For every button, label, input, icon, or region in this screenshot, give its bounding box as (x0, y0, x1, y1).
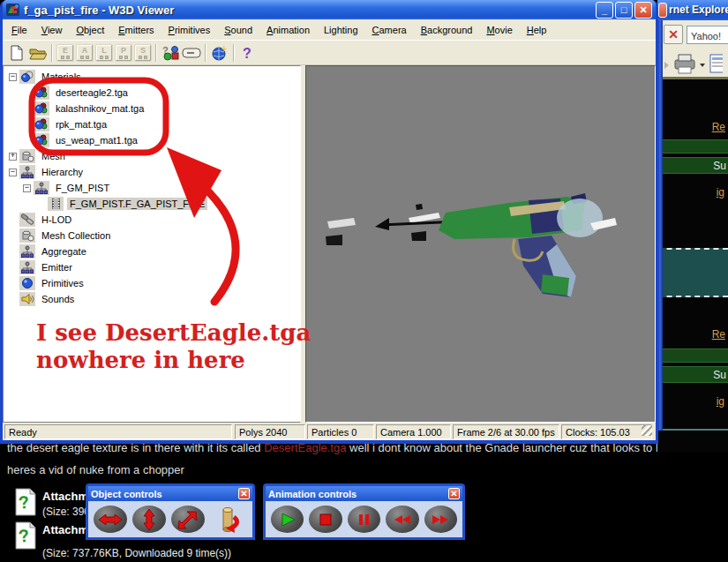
move-vertical-button[interactable] (132, 506, 166, 533)
menu-view[interactable]: View (34, 22, 70, 38)
tree-item-rpk-mat-tga[interactable]: rpk_mat.tga (4, 116, 300, 132)
sounds-toggle-button[interactable]: S (134, 44, 152, 62)
tree-item-aggregate[interactable]: Aggregate (4, 244, 300, 259)
scene-properties-icon[interactable]: ? (160, 42, 181, 64)
pause-button[interactable] (348, 506, 380, 533)
object-controls-titlebar[interactable]: Object controls ✕ (88, 486, 252, 501)
material-icon (34, 101, 49, 116)
status-pane-polys: Polys 2040 (235, 424, 305, 439)
menu-sound[interactable]: Sound (217, 22, 259, 38)
play-button[interactable] (271, 506, 304, 533)
hierarchy-icon (34, 181, 49, 195)
help-icon[interactable]: ? (237, 42, 259, 64)
internet-explorer-window: rnet Explore ✕ Re Su (657, 0, 728, 452)
primitives-toggle-button[interactable]: P (115, 44, 132, 62)
tree-item-h-lod[interactable]: H-LOD (4, 212, 300, 228)
stop-icon[interactable]: ✕ (664, 25, 683, 44)
menu-movie[interactable]: Movie (479, 22, 519, 38)
forum-table-band (657, 348, 728, 363)
tree-item-label: H-LOD (39, 214, 74, 226)
mesh-icon (19, 149, 35, 163)
menu-help[interactable]: Help (520, 22, 554, 38)
tree-item-label: us_weap_mat1.tga (53, 134, 140, 146)
tree-item-label: rpk_mat.tga (53, 118, 109, 131)
forum-ignore-link[interactable]: ig (717, 186, 724, 199)
lod-toggle-button[interactable]: L (95, 44, 113, 62)
ie-window-title: rnet Explore (669, 4, 728, 16)
stop-button[interactable] (309, 506, 341, 533)
menu-animation[interactable]: Animation (259, 22, 317, 38)
menu-object[interactable]: Object (69, 22, 111, 38)
menu-camera[interactable]: Camera (365, 22, 414, 38)
move-diagonal-button[interactable] (171, 506, 205, 533)
3d-viewport[interactable] (305, 65, 656, 423)
forum-reply-link[interactable]: Re (712, 121, 725, 133)
fast-forward-button[interactable] (424, 506, 457, 533)
status-pane-frame: Frame 2/6 at 30.00 fps (453, 424, 559, 439)
tree-item-f-gm-pist-f-ga-pist-fire[interactable]: F_GM_PIST.F_GA_PIST_FIRE (4, 196, 300, 212)
palette-title: Object controls (91, 489, 162, 499)
menu-file[interactable]: File (4, 22, 34, 38)
globe-add-icon[interactable]: + (209, 42, 230, 64)
tree-item-label: Mesh Collection (39, 229, 113, 242)
tree-item-f-gm-pist[interactable]: −F_GM_PIST (4, 180, 300, 196)
status-pane-particles: Particles 0 (307, 424, 374, 439)
rotate-object-button[interactable] (210, 506, 244, 533)
emitters-toggle-button[interactable]: E (56, 44, 74, 62)
w3d-app-icon (6, 3, 20, 17)
scene-tree-panel[interactable]: −Materialsdeserteagle2.tgakalashnikov_ma… (3, 65, 301, 423)
close-icon[interactable]: ✕ (238, 488, 250, 499)
maximize-button[interactable]: □ (615, 2, 633, 19)
menu-background[interactable]: Background (414, 22, 480, 38)
move-horizontal-button[interactable] (94, 506, 127, 533)
tree-item-mesh[interactable]: +Mesh (4, 148, 300, 164)
attachment-unknown-icon: ? (14, 521, 37, 550)
tree-item-label: Primitives (39, 277, 86, 289)
close-icon[interactable]: ✕ (448, 488, 460, 499)
collapse-box[interactable]: − (9, 169, 17, 176)
tree-item-label: Emitter (39, 261, 75, 274)
animation-controls-titlebar[interactable]: Animation controls ✕ (266, 486, 462, 501)
toolbar-pill-icon[interactable] (181, 42, 202, 64)
expand-box[interactable]: + (9, 153, 17, 161)
animation-controls-palette: Animation controls ✕ (263, 483, 465, 540)
tree-item-mesh-collection[interactable]: Mesh Collection (4, 228, 300, 244)
tree-item-materials[interactable]: −Materials (4, 69, 300, 85)
tree-item-us-weap-mat1-tga[interactable]: us_weap_mat1.tga (4, 132, 300, 148)
quote-box (657, 248, 728, 297)
attachment-size: (Size: 737.76KB, Downloaded 9 time(s)) (42, 547, 231, 559)
tree-item-sounds[interactable]: Sounds (4, 291, 300, 307)
attachment-size: (Size: 390 (42, 506, 90, 518)
tree-item-deserteagle2-tga[interactable]: deserteagle2.tga (4, 85, 300, 101)
minimize-button[interactable]: _ (596, 2, 613, 19)
tree-item-label: F_GM_PIST (53, 182, 112, 194)
forum-reply-link[interactable]: Re (712, 328, 725, 341)
tree-item-primitives[interactable]: Primitives (4, 275, 300, 291)
attachment-unknown-icon: ? (14, 488, 37, 516)
forum-ignore-link[interactable]: ig (717, 395, 724, 408)
hlod-icon (19, 213, 35, 227)
ie-toolbar2 (657, 49, 728, 77)
status-pane-clocks: Clocks: 105.03 (561, 424, 652, 439)
ie-close-button-fragment[interactable] (658, 3, 667, 18)
tree-item-label: F_GM_PIST.F_GA_PIST_FIRE (67, 198, 207, 210)
collapse-box[interactable]: − (9, 73, 17, 81)
close-button[interactable]: ✕ (634, 2, 652, 19)
resize-grip[interactable] (642, 425, 652, 436)
new-document-icon[interactable] (6, 42, 27, 64)
w3d-titlebar[interactable]: f_ga_pist_fire - W3D Viewer _ □ ✕ (3, 0, 656, 19)
menu-emitters[interactable]: Emitters (111, 22, 161, 38)
open-file-icon[interactable] (27, 42, 49, 64)
aggregates-toggle-button[interactable]: A (76, 44, 94, 62)
menu-lighting[interactable]: Lighting (317, 22, 365, 38)
menu-primitives[interactable]: Primitives (161, 22, 218, 38)
tree-item-kalashnikov-mat-tga[interactable]: kalashnikov_mat.tga (4, 101, 300, 116)
tree-item-emitter[interactable]: Emitter (4, 259, 300, 275)
rewind-button[interactable] (386, 506, 418, 533)
material-icon (34, 117, 49, 131)
collapse-box[interactable]: − (23, 184, 31, 192)
tree-item-hierarchy[interactable]: −Hierarchy (4, 164, 300, 180)
ie-search-input[interactable] (687, 26, 728, 44)
w3d-viewer-window: f_ga_pist_fire - W3D Viewer _ □ ✕ FileVi… (0, 0, 658, 444)
tree-item-label: Aggregate (39, 245, 89, 258)
